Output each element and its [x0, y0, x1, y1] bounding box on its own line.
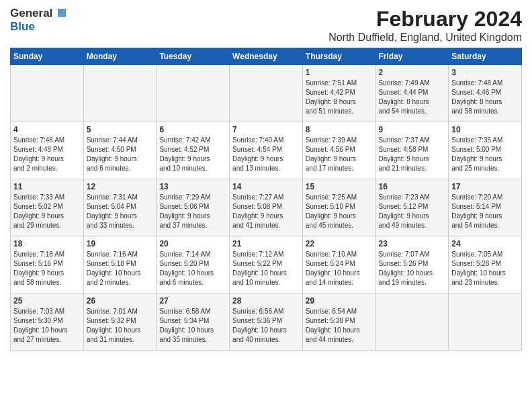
day-number: 5 [87, 125, 154, 134]
day-info: Sunrise: 7:33 AM Sunset: 5:02 PM Dayligh… [13, 193, 81, 230]
day-info: Sunrise: 7:05 AM Sunset: 5:28 PM Dayligh… [451, 250, 519, 287]
day-info: Sunrise: 7:31 AM Sunset: 5:04 PM Dayligh… [87, 193, 154, 230]
calendar-cell [449, 293, 522, 351]
day-info: Sunrise: 7:16 AM Sunset: 5:18 PM Dayligh… [87, 250, 154, 287]
title-block: February 2024 North Duffield, England, U… [328, 7, 522, 44]
day-info: Sunrise: 7:29 AM Sunset: 5:06 PM Dayligh… [159, 193, 226, 230]
calendar-header-row: SundayMondayTuesdayWednesdayThursdayFrid… [11, 48, 522, 65]
calendar-cell: 10Sunrise: 7:35 AM Sunset: 5:00 PM Dayli… [449, 122, 522, 179]
day-number: 10 [451, 125, 519, 134]
calendar-cell: 13Sunrise: 7:29 AM Sunset: 5:06 PM Dayli… [157, 179, 230, 236]
calendar-cell: 3Sunrise: 7:48 AM Sunset: 4:46 PM Daylig… [449, 65, 522, 122]
calendar-cell: 14Sunrise: 7:27 AM Sunset: 5:08 PM Dayli… [230, 179, 303, 236]
day-info: Sunrise: 7:35 AM Sunset: 5:00 PM Dayligh… [451, 136, 519, 173]
day-number: 6 [159, 125, 226, 134]
day-info: Sunrise: 7:27 AM Sunset: 5:08 PM Dayligh… [232, 193, 300, 230]
logo-arrow-icon [54, 5, 69, 19]
day-info: Sunrise: 7:48 AM Sunset: 4:46 PM Dayligh… [451, 79, 519, 116]
day-info: Sunrise: 6:54 AM Sunset: 5:38 PM Dayligh… [306, 307, 373, 345]
day-number: 23 [379, 239, 446, 248]
day-number: 20 [159, 239, 226, 248]
day-info: Sunrise: 7:10 AM Sunset: 5:24 PM Dayligh… [306, 250, 373, 287]
calendar-cell [230, 65, 303, 122]
day-of-week-monday: Monday [83, 48, 157, 65]
day-info: Sunrise: 7:07 AM Sunset: 5:26 PM Dayligh… [379, 250, 446, 287]
day-info: Sunrise: 7:18 AM Sunset: 5:16 PM Dayligh… [13, 250, 81, 287]
logo-general-text: General [10, 7, 52, 20]
calendar-cell [11, 65, 84, 122]
calendar-week-row: 11Sunrise: 7:33 AM Sunset: 5:02 PM Dayli… [11, 179, 522, 236]
calendar-week-row: 25Sunrise: 7:03 AM Sunset: 5:30 PM Dayli… [11, 293, 522, 351]
calendar-cell: 1Sunrise: 7:51 AM Sunset: 4:42 PM Daylig… [302, 65, 375, 122]
calendar-body: 1Sunrise: 7:51 AM Sunset: 4:42 PM Daylig… [11, 65, 522, 351]
day-number: 1 [306, 68, 373, 77]
day-info: Sunrise: 7:42 AM Sunset: 4:52 PM Dayligh… [159, 136, 226, 173]
calendar-cell: 27Sunrise: 6:58 AM Sunset: 5:34 PM Dayli… [157, 293, 230, 351]
day-number: 18 [13, 239, 81, 248]
day-of-week-thursday: Thursday [302, 48, 375, 65]
day-of-week-wednesday: Wednesday [230, 48, 303, 65]
calendar-cell: 29Sunrise: 6:54 AM Sunset: 5:38 PM Dayli… [302, 293, 375, 351]
day-number: 26 [87, 296, 154, 306]
day-number: 15 [306, 182, 373, 191]
calendar-cell: 17Sunrise: 7:20 AM Sunset: 5:14 PM Dayli… [449, 179, 522, 236]
calendar-cell: 25Sunrise: 7:03 AM Sunset: 5:30 PM Dayli… [11, 293, 84, 351]
day-info: Sunrise: 6:56 AM Sunset: 5:36 PM Dayligh… [232, 307, 300, 345]
calendar-cell: 26Sunrise: 7:01 AM Sunset: 5:32 PM Dayli… [83, 293, 157, 351]
calendar-table: SundayMondayTuesdayWednesdayThursdayFrid… [10, 48, 522, 351]
day-number: 7 [232, 125, 300, 134]
day-number: 3 [451, 68, 519, 77]
day-info: Sunrise: 7:37 AM Sunset: 4:58 PM Dayligh… [379, 136, 446, 173]
day-info: Sunrise: 7:40 AM Sunset: 4:54 PM Dayligh… [232, 136, 300, 173]
day-info: Sunrise: 7:03 AM Sunset: 5:30 PM Dayligh… [13, 307, 81, 345]
calendar-cell: 5Sunrise: 7:44 AM Sunset: 4:50 PM Daylig… [83, 122, 157, 179]
header: General Blue February 2024 North Duffiel… [10, 7, 522, 44]
logo-blue-text: Blue [10, 20, 35, 34]
day-number: 13 [159, 182, 226, 191]
calendar-cell: 28Sunrise: 6:56 AM Sunset: 5:36 PM Dayli… [230, 293, 303, 351]
day-number: 17 [451, 182, 519, 191]
calendar-cell: 11Sunrise: 7:33 AM Sunset: 5:02 PM Dayli… [11, 179, 84, 236]
day-info: Sunrise: 7:51 AM Sunset: 4:42 PM Dayligh… [306, 79, 373, 116]
calendar-week-row: 1Sunrise: 7:51 AM Sunset: 4:42 PM Daylig… [11, 65, 522, 122]
day-number: 11 [13, 182, 81, 191]
day-info: Sunrise: 7:25 AM Sunset: 5:10 PM Dayligh… [306, 193, 373, 230]
calendar-cell: 21Sunrise: 7:12 AM Sunset: 5:22 PM Dayli… [230, 236, 303, 293]
calendar-cell [375, 293, 449, 351]
day-number: 25 [13, 296, 81, 306]
calendar-cell: 2Sunrise: 7:49 AM Sunset: 4:44 PM Daylig… [375, 65, 449, 122]
day-number: 14 [232, 182, 300, 191]
calendar-cell: 20Sunrise: 7:14 AM Sunset: 5:20 PM Dayli… [157, 236, 230, 293]
day-number: 2 [379, 68, 446, 77]
day-info: Sunrise: 7:49 AM Sunset: 4:44 PM Dayligh… [379, 79, 446, 116]
day-number: 16 [379, 182, 446, 191]
day-number: 19 [87, 239, 154, 248]
calendar-week-row: 18Sunrise: 7:18 AM Sunset: 5:16 PM Dayli… [11, 236, 522, 293]
day-number: 27 [159, 296, 226, 306]
day-number: 12 [87, 182, 154, 191]
day-of-week-sunday: Sunday [11, 48, 84, 65]
calendar-cell: 7Sunrise: 7:40 AM Sunset: 4:54 PM Daylig… [230, 122, 303, 179]
day-number: 21 [232, 239, 300, 248]
calendar-cell [83, 65, 157, 122]
day-info: Sunrise: 7:23 AM Sunset: 5:12 PM Dayligh… [379, 193, 446, 230]
calendar-cell: 24Sunrise: 7:05 AM Sunset: 5:28 PM Dayli… [449, 236, 522, 293]
logo: General Blue [10, 7, 69, 34]
day-info: Sunrise: 7:44 AM Sunset: 4:50 PM Dayligh… [87, 136, 154, 173]
calendar-cell: 15Sunrise: 7:25 AM Sunset: 5:10 PM Dayli… [302, 179, 375, 236]
calendar-cell: 22Sunrise: 7:10 AM Sunset: 5:24 PM Dayli… [302, 236, 375, 293]
day-info: Sunrise: 7:46 AM Sunset: 4:48 PM Dayligh… [13, 136, 81, 173]
calendar-cell: 16Sunrise: 7:23 AM Sunset: 5:12 PM Dayli… [375, 179, 449, 236]
day-info: Sunrise: 7:01 AM Sunset: 5:32 PM Dayligh… [87, 307, 154, 345]
day-number: 22 [306, 239, 373, 248]
location: North Duffield, England, United Kingdom [328, 32, 522, 44]
day-info: Sunrise: 7:20 AM Sunset: 5:14 PM Dayligh… [451, 193, 519, 230]
calendar-cell: 6Sunrise: 7:42 AM Sunset: 4:52 PM Daylig… [157, 122, 230, 179]
calendar-cell: 4Sunrise: 7:46 AM Sunset: 4:48 PM Daylig… [11, 122, 84, 179]
day-info: Sunrise: 6:58 AM Sunset: 5:34 PM Dayligh… [159, 307, 226, 345]
day-info: Sunrise: 7:14 AM Sunset: 5:20 PM Dayligh… [159, 250, 226, 287]
day-info: Sunrise: 7:39 AM Sunset: 4:56 PM Dayligh… [306, 136, 373, 173]
calendar-cell: 9Sunrise: 7:37 AM Sunset: 4:58 PM Daylig… [375, 122, 449, 179]
calendar-cell: 12Sunrise: 7:31 AM Sunset: 5:04 PM Dayli… [83, 179, 157, 236]
day-number: 29 [306, 296, 373, 306]
